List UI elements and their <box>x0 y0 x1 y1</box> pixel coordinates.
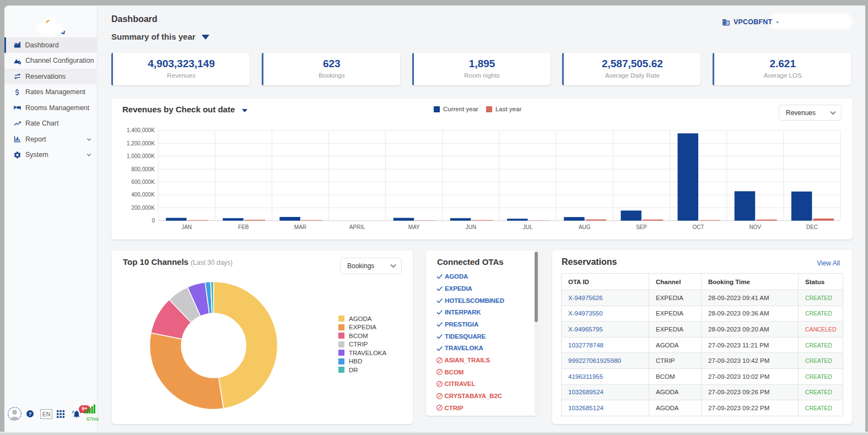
svg-text:NOV: NOV <box>749 224 761 230</box>
svg-text:AUG: AUG <box>579 224 591 230</box>
svg-text:JUL: JUL <box>523 224 533 230</box>
svg-text:1,400,000K: 1,400,000K <box>127 127 155 133</box>
svg-text:OCT: OCT <box>693 224 704 230</box>
svg-text:MAY: MAY <box>408 224 420 230</box>
svg-text:600,000K: 600,000K <box>131 179 155 185</box>
svg-text:1,200,000K: 1,200,000K <box>127 140 155 146</box>
svg-text:SEP: SEP <box>636 224 647 230</box>
svg-text:JAN: JAN <box>181 224 192 230</box>
svg-text:JUN: JUN <box>466 224 476 230</box>
svg-text:1,000,000K: 1,000,000K <box>127 153 155 159</box>
svg-text:0: 0 <box>152 218 155 224</box>
svg-text:DEC: DEC <box>806 224 818 230</box>
svg-text:400,000K: 400,000K <box>131 192 155 198</box>
svg-text:MAR: MAR <box>294 224 306 230</box>
svg-text:FEB: FEB <box>238 224 249 230</box>
svg-text:APRIL: APRIL <box>349 224 365 230</box>
svg-text:800,000K: 800,000K <box>131 166 155 172</box>
svg-text:200,000K: 200,000K <box>131 205 155 211</box>
svg-text:?: ? <box>29 411 32 417</box>
